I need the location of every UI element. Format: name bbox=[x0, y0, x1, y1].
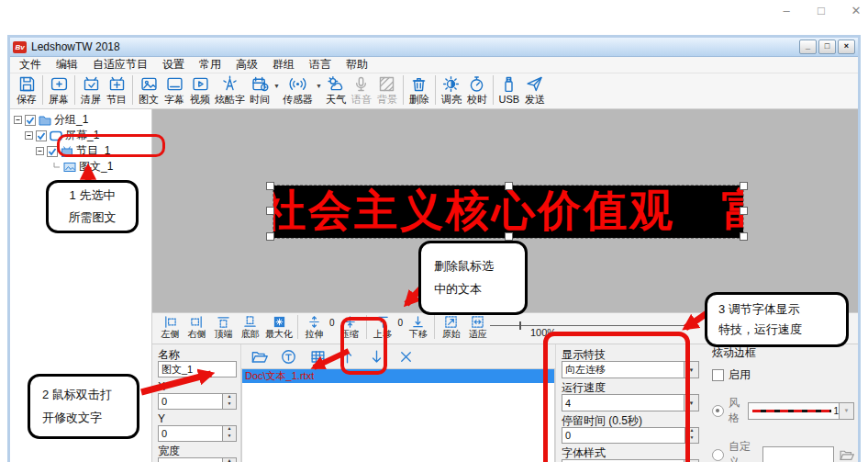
collapse-icon[interactable] bbox=[14, 116, 22, 124]
browse-folder-button[interactable] bbox=[839, 447, 854, 462]
tree-item-label[interactable]: 屏幕_1 bbox=[65, 128, 99, 143]
enable-checkbox[interactable] bbox=[712, 369, 724, 381]
tree-item-screen[interactable]: 屏幕_1 bbox=[10, 128, 151, 143]
window-title: LedshowTW 2018 bbox=[31, 40, 120, 53]
menu-item-settings[interactable]: 设置 bbox=[155, 56, 192, 73]
selection-handle[interactable] bbox=[740, 182, 748, 190]
checkbox-checked-icon[interactable] bbox=[36, 130, 47, 141]
tree-item-graphic[interactable]: 图文_1 bbox=[10, 159, 151, 175]
y-stepper[interactable]: ▲▼ bbox=[223, 425, 237, 442]
outer-minimize-icon[interactable]: – bbox=[780, 4, 793, 17]
original-size-button[interactable]: 原始 bbox=[438, 315, 464, 339]
chevron-down-icon[interactable]: ▼ bbox=[684, 395, 698, 411]
enable-row: 启用 bbox=[712, 367, 854, 383]
stay-time-stepper[interactable]: ▲▼ bbox=[685, 427, 699, 444]
move-item-down-button[interactable] bbox=[368, 348, 385, 366]
style-radio[interactable] bbox=[712, 405, 724, 417]
run-speed-select[interactable]: 4 ▼ bbox=[562, 394, 699, 411]
sensor-dropdown-icon[interactable]: ▼ bbox=[315, 83, 323, 89]
save-button[interactable]: 保存 bbox=[14, 74, 39, 105]
weather-button[interactable]: 天气 bbox=[323, 74, 349, 105]
custom-path-input[interactable] bbox=[762, 446, 834, 462]
zoom-slider-thumb[interactable] bbox=[519, 321, 521, 330]
time-button[interactable]: 时间 bbox=[247, 74, 273, 105]
selection-handle[interactable] bbox=[266, 232, 274, 241]
menu-item-advanced[interactable]: 高级 bbox=[228, 56, 265, 73]
outer-close-icon[interactable]: ✕ bbox=[850, 4, 862, 17]
width-input[interactable]: 640 bbox=[158, 457, 223, 462]
menu-item-edit[interactable]: 编辑 bbox=[49, 56, 85, 73]
video-button[interactable]: 视频 bbox=[187, 74, 213, 105]
tree-item-group[interactable]: 分组_1 bbox=[10, 112, 151, 128]
minimize-button[interactable]: _ bbox=[799, 39, 817, 54]
chevron-down-icon: ▼ bbox=[839, 403, 853, 419]
checkbox-checked-icon[interactable] bbox=[25, 115, 36, 126]
menu-item-adaptive-program[interactable]: 自适应节目 bbox=[85, 56, 155, 73]
clear-screen-button[interactable]: 清屏 bbox=[78, 74, 104, 105]
selection-handle[interactable] bbox=[266, 207, 274, 215]
tree-item-label[interactable]: 图文_1 bbox=[79, 159, 113, 175]
selection-handle[interactable] bbox=[505, 232, 513, 241]
compress-button[interactable]: 压缩 bbox=[337, 315, 363, 339]
stay-time-input[interactable]: 0 bbox=[562, 427, 685, 444]
menu-item-language[interactable]: 语言 bbox=[302, 56, 339, 73]
maximize-button[interactable]: □ bbox=[818, 39, 836, 54]
delete-text-button[interactable] bbox=[397, 348, 415, 366]
brightness-button[interactable]: 调亮 bbox=[439, 74, 464, 105]
align-right-button[interactable]: 右侧 bbox=[184, 315, 210, 339]
outer-maximize-icon[interactable]: □ bbox=[815, 4, 828, 17]
collapse-icon[interactable] bbox=[36, 147, 44, 155]
cool-text-button[interactable]: 炫酷字 bbox=[213, 74, 247, 105]
menu-item-group[interactable]: 群组 bbox=[265, 56, 302, 73]
border-style-select[interactable]: 1 ▼ bbox=[748, 402, 854, 420]
led-display[interactable]: 社会主义核心价值观 富强 bbox=[273, 186, 743, 238]
collapse-icon[interactable] bbox=[25, 131, 33, 140]
file-panel: Doc\文本_1.rtxt bbox=[240, 344, 555, 462]
x-stepper[interactable]: ▲▼ bbox=[223, 393, 237, 410]
clock-sync-icon bbox=[467, 74, 486, 94]
custom-radio[interactable] bbox=[712, 449, 724, 461]
y-input[interactable]: 0 bbox=[158, 425, 223, 442]
maximize-area-button[interactable]: 最大化 bbox=[263, 315, 295, 339]
maximize-area-icon bbox=[273, 315, 286, 329]
send-button[interactable]: 发送 bbox=[522, 74, 548, 105]
program-button[interactable]: 节目 bbox=[104, 74, 129, 105]
time-dropdown-icon[interactable]: ▼ bbox=[273, 83, 281, 89]
clock-sync-button[interactable]: 校时 bbox=[464, 74, 490, 105]
open-file-button[interactable] bbox=[250, 348, 268, 366]
align-top-button[interactable]: 顶端 bbox=[210, 315, 237, 339]
selection-handle[interactable] bbox=[505, 182, 513, 190]
menu-item-help[interactable]: 帮助 bbox=[339, 56, 375, 73]
width-stepper[interactable]: ▲▼ bbox=[223, 457, 237, 462]
add-table-button[interactable] bbox=[309, 348, 327, 366]
add-text-button[interactable] bbox=[280, 348, 297, 366]
chevron-down-icon[interactable]: ▼ bbox=[684, 362, 698, 377]
menu-item-common[interactable]: 常用 bbox=[192, 56, 228, 73]
selection-handle[interactable] bbox=[740, 207, 748, 215]
selection-handle[interactable] bbox=[740, 232, 748, 241]
display-effect-select[interactable]: 向左连移 ▼ bbox=[562, 361, 699, 378]
tree-item-program[interactable]: 节目_1 bbox=[10, 143, 151, 159]
fit-button[interactable]: 适应 bbox=[464, 315, 491, 339]
usb-button[interactable]: USB bbox=[496, 74, 522, 105]
align-bottom-button[interactable]: 底部 bbox=[237, 315, 263, 339]
move-up-button[interactable]: 上移 bbox=[370, 315, 396, 339]
tree-item-label[interactable]: 节目_1 bbox=[76, 143, 110, 159]
checkbox-checked-icon[interactable] bbox=[47, 146, 58, 157]
screen-button[interactable]: 屏幕 bbox=[46, 74, 72, 105]
align-left-button[interactable]: 左侧 bbox=[157, 315, 184, 339]
x-input[interactable]: 0 bbox=[158, 393, 223, 410]
delete-button[interactable]: 删除 bbox=[406, 74, 432, 105]
move-item-up-button[interactable] bbox=[339, 348, 356, 366]
name-input[interactable]: 图文_1 bbox=[158, 361, 237, 377]
subtitle-button[interactable]: 字幕 bbox=[161, 74, 187, 105]
graphic-text-button[interactable]: 图文 bbox=[136, 74, 161, 105]
close-button[interactable]: × bbox=[838, 39, 855, 54]
selection-handle[interactable] bbox=[266, 182, 274, 190]
stretch-button[interactable]: 拉伸 bbox=[301, 315, 328, 339]
menu-item-file[interactable]: 文件 bbox=[12, 56, 49, 73]
sensor-button[interactable]: 传感器 bbox=[281, 74, 315, 105]
tree-item-label[interactable]: 分组_1 bbox=[54, 112, 88, 128]
file-list-item-selected[interactable]: Doc\文本_1.rtxt bbox=[242, 369, 554, 383]
move-down-button[interactable]: 下移 bbox=[405, 315, 431, 339]
